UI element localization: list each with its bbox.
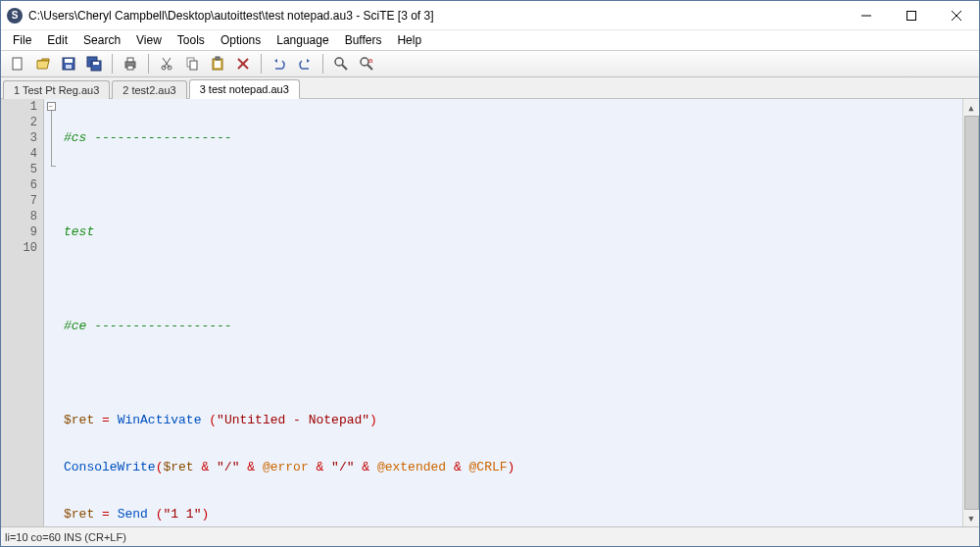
code-comment: #ce ------------------ — [64, 319, 232, 334]
code-comment: test — [64, 224, 94, 240]
code-comment: #cs ------------------ — [64, 130, 232, 146]
menu-view[interactable]: View — [128, 31, 170, 49]
line-number: 3 — [1, 130, 37, 146]
cut-icon[interactable] — [156, 53, 177, 75]
app-icon: S — [7, 8, 23, 24]
line-number: 7 — [1, 193, 37, 209]
menu-search[interactable]: Search — [75, 31, 128, 49]
svg-rect-21 — [216, 57, 220, 60]
svg-rect-4 — [13, 58, 22, 70]
toolbar: a — [1, 50, 979, 77]
status-bar: li=10 co=60 INS (CR+LF) — [1, 526, 979, 546]
menu-bar: File Edit Search View Tools Options Lang… — [1, 30, 979, 50]
menu-language[interactable]: Language — [269, 31, 336, 49]
undo-icon[interactable] — [269, 53, 290, 75]
line-number: 10 — [1, 240, 37, 256]
scroll-thumb[interactable] — [964, 116, 979, 510]
fold-column: − — [44, 99, 58, 526]
paste-icon[interactable] — [207, 53, 228, 75]
menu-edit[interactable]: Edit — [39, 31, 75, 49]
saveall-icon[interactable] — [83, 53, 105, 75]
svg-rect-6 — [65, 59, 73, 63]
line-number: 1 — [1, 99, 37, 115]
toolbar-separator — [261, 54, 262, 74]
tab-file-1[interactable]: 1 Test Pt Reg.au3 — [3, 80, 110, 99]
scroll-up-icon[interactable]: ▴ — [963, 99, 979, 116]
new-icon[interactable] — [7, 53, 28, 75]
line-number-gutter: 1 2 3 4 5 6 7 8 9 10 — [1, 99, 44, 526]
toolbar-separator — [322, 54, 323, 74]
scroll-down-icon[interactable]: ▾ — [963, 510, 979, 526]
menu-buffers[interactable]: Buffers — [337, 31, 390, 49]
tab-file-2[interactable]: 2 test2.au3 — [112, 80, 186, 99]
svg-rect-13 — [127, 66, 133, 70]
title-bar: S C:\Users\Cheryl Campbell\Desktop\autoi… — [1, 1, 979, 30]
svg-line-26 — [342, 65, 347, 70]
window-title: C:\Users\Cheryl Campbell\Desktop\autoitt… — [28, 9, 844, 23]
scroll-track[interactable] — [963, 116, 979, 510]
fold-toggle-icon[interactable]: − — [47, 102, 56, 111]
find-icon[interactable] — [330, 53, 352, 75]
window-controls — [844, 1, 979, 29]
line-number: 6 — [1, 177, 37, 193]
line-number: 4 — [1, 146, 37, 162]
replace-icon[interactable]: a — [356, 53, 377, 75]
menu-help[interactable]: Help — [389, 31, 429, 49]
menu-options[interactable]: Options — [213, 31, 269, 49]
delete-icon[interactable] — [232, 53, 254, 75]
menu-file[interactable]: File — [5, 31, 39, 49]
code-content[interactable]: #cs ------------------ test #ce --------… — [58, 99, 979, 526]
print-icon[interactable] — [120, 53, 141, 75]
svg-point-27 — [361, 58, 368, 66]
redo-icon[interactable] — [294, 53, 316, 75]
svg-rect-1 — [907, 11, 916, 20]
svg-text:a: a — [368, 56, 373, 65]
tab-file-3[interactable]: 3 test notepad.au3 — [189, 79, 300, 99]
status-position: li=10 co=60 INS (CR+LF) — [5, 531, 140, 543]
svg-rect-22 — [215, 61, 220, 68]
line-number: 9 — [1, 224, 37, 240]
svg-point-25 — [335, 58, 343, 66]
close-button[interactable] — [934, 1, 979, 29]
line-number: 2 — [1, 115, 37, 130]
tab-bar: 1 Test Pt Reg.au3 2 test2.au3 3 test not… — [1, 77, 979, 99]
line-number: 5 — [1, 162, 37, 177]
save-icon[interactable] — [58, 53, 79, 75]
line-number: 8 — [1, 209, 37, 224]
svg-rect-19 — [190, 61, 197, 70]
menu-tools[interactable]: Tools — [170, 31, 213, 49]
minimize-button[interactable] — [844, 1, 889, 29]
svg-line-28 — [368, 65, 372, 70]
toolbar-separator — [148, 54, 149, 74]
svg-rect-7 — [66, 65, 72, 69]
vertical-scrollbar[interactable]: ▴ ▾ — [962, 99, 979, 526]
open-icon[interactable] — [32, 53, 54, 75]
svg-rect-12 — [127, 58, 133, 62]
toolbar-separator — [112, 54, 113, 74]
maximize-button[interactable] — [889, 1, 934, 29]
copy-icon[interactable] — [181, 53, 203, 75]
svg-rect-10 — [93, 62, 99, 65]
editor-area[interactable]: 1 2 3 4 5 6 7 8 9 10 − #cs -------------… — [1, 99, 979, 526]
